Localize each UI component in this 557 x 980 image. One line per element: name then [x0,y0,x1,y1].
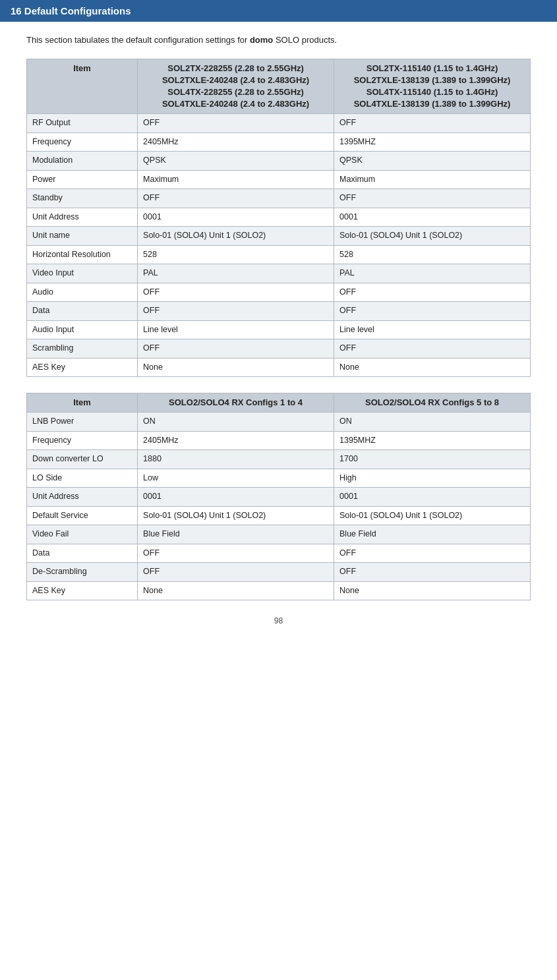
table1-row-label: Modulation [27,152,138,171]
table2-row-value: ON [334,413,531,432]
table1-row-value: 528 [138,245,334,264]
table2-row-value: Solo-01 (SOLO4) Unit 1 (SOLO2) [334,506,531,525]
rx-config-table: Item SOLO2/SOLO4 RX Configs 1 to 4 SOLO2… [26,393,531,600]
page-number: 98 [274,616,283,625]
intro-text-before: This section tabulates the default confi… [26,35,250,45]
table2-row-value: None [138,581,334,600]
table2-row-value: Blue Field [138,525,334,544]
col2-line4: SOL4TXLE-240248 (2.4 to 2.483GHz) [162,99,309,109]
table2-row-value: Low [138,469,334,488]
table1-row-label: Scrambling [27,339,138,359]
table1-row-value: Maximum [334,170,531,189]
table1-row-value: 2405MHz [138,132,334,152]
table1-row-value: OFF [334,339,531,359]
table1-row-value: 1395MHZ [334,132,531,152]
table2-row-value: ON [138,413,334,432]
table1-row-label: RF Output [27,114,138,133]
table2-row-value: OFF [138,544,334,563]
table2-row-value: OFF [334,563,531,582]
table1-row-value: Line level [138,320,334,339]
table2-row-label: Default Service [27,506,138,525]
table1-row-value: 528 [334,245,531,264]
table1-row-value: None [334,358,531,377]
table2-row-value: 0001 [138,488,334,507]
table1-row-value: Line level [334,320,531,339]
table2-col2-header: SOLO2/SOLO4 RX Configs 1 to 4 [138,393,334,413]
table1-row-value: PAL [334,264,531,283]
table2-row-label: Video Fail [27,525,138,544]
table1-row-label: Data [27,302,138,321]
table1-row-value: OFF [138,189,334,208]
table2-row-label: LO Side [27,469,138,488]
table1-row-label: Power [27,170,138,189]
table1-row-label: Audio Input [27,320,138,339]
table1-row-label: Unit name [27,227,138,246]
table2-row-value: 1880 [138,450,334,469]
table2-row-label: De-Scrambling [27,563,138,582]
table2-row-label: Data [27,544,138,563]
table1-row-label: Unit Address [27,208,138,227]
table1-row-label: Horizontal Resolution [27,245,138,264]
table2-row-value: Blue Field [334,525,531,544]
page-footer: 98 [26,616,531,625]
table2-row-value: None [334,581,531,600]
table2-row-value: OFF [138,563,334,582]
table1-row-value: None [138,358,334,377]
table2-row-value: OFF [334,544,531,563]
table1-row-value: OFF [334,302,531,321]
col2-line2: SOL2TXLE-240248 (2.4 to 2.483GHz) [162,75,309,85]
table1-row-label: AES Key [27,358,138,377]
table1-row-value: Maximum [138,170,334,189]
table1-row-value: OFF [334,114,531,133]
table1-row-value: OFF [138,114,334,133]
page-title: 16 Default Configurations [11,5,131,16]
table2-row-label: AES Key [27,581,138,600]
table1-row-value: 0001 [138,208,334,227]
intro-paragraph: This section tabulates the default confi… [26,34,531,47]
table2-row-value: 1700 [334,450,531,469]
table1-row-label: Video Input [27,264,138,283]
table2-row-value: Solo-01 (SOLO4) Unit 1 (SOLO2) [138,506,334,525]
table2-col1-header: Item [27,393,138,413]
page-header: 16 Default Configurations [0,0,557,22]
col2-line1: SOL2TX-228255 (2.28 to 2.55GHz) [167,63,304,73]
col2-line3: SOL4TX-228255 (2.28 to 2.55GHz) [167,87,304,97]
table2-row-label: Unit Address [27,488,138,507]
col3-line1: SOL2TX-115140 (1.15 to 1.4GHz) [366,63,498,73]
col3-line3: SOL4TX-115140 (1.15 to 1.4GHz) [366,87,498,97]
table2-row-value: 0001 [334,488,531,507]
intro-text-after: SOLO products. [273,35,337,45]
intro-bold: domo [250,35,273,45]
table1-row-value: OFF [334,283,531,302]
table1-row-label: Standby [27,189,138,208]
table1-row-value: QPSK [334,152,531,171]
table2-row-label: Down converter LO [27,450,138,469]
table2-row-value: 2405MHz [138,431,334,450]
table1-row-value: OFF [138,302,334,321]
table2-row-label: Frequency [27,431,138,450]
table2-row-label: LNB Power [27,413,138,432]
table1-row-value: Solo-01 (SOLO4) Unit 1 (SOLO2) [334,227,531,246]
table1-row-value: OFF [138,339,334,359]
table1-row-value: OFF [334,189,531,208]
table1-row-value: PAL [138,264,334,283]
table1-col1-header: Item [27,59,138,114]
col3-line4: SOL4TXLE-138139 (1.389 to 1.399GHz) [354,99,511,109]
table1-col2-header: SOL2TX-228255 (2.28 to 2.55GHz) SOL2TXLE… [138,59,334,114]
table1-row-label: Frequency [27,132,138,152]
table2-col3-header: SOLO2/SOLO4 RX Configs 5 to 8 [334,393,531,413]
table2-row-value: 1395MHZ [334,431,531,450]
table1-row-value: OFF [138,283,334,302]
tx-config-table: Item SOL2TX-228255 (2.28 to 2.55GHz) SOL… [26,59,531,378]
table1-row-label: Audio [27,283,138,302]
col3-line2: SOL2TXLE-138139 (1.389 to 1.399GHz) [354,75,511,85]
table2-row-value: High [334,469,531,488]
table1-col3-header: SOL2TX-115140 (1.15 to 1.4GHz) SOL2TXLE-… [334,59,531,114]
table1-row-value: Solo-01 (SOLO4) Unit 1 (SOLO2) [138,227,334,246]
table1-row-value: QPSK [138,152,334,171]
table1-row-value: 0001 [334,208,531,227]
